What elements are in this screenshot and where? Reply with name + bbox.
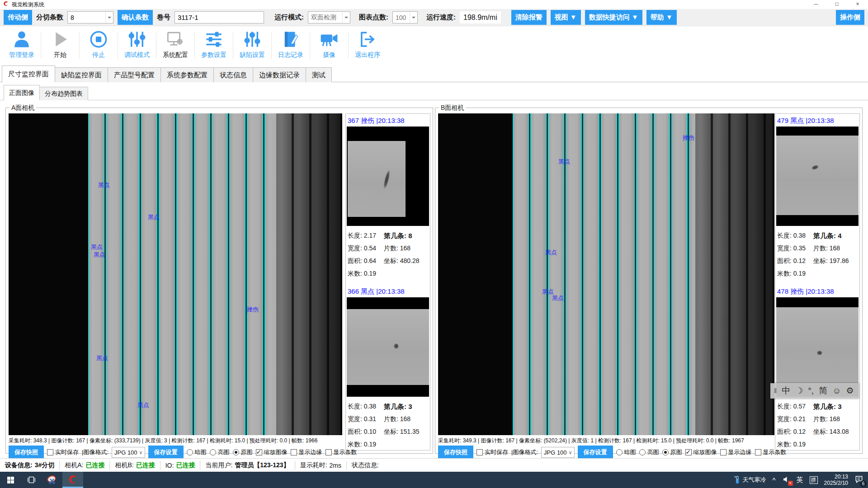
- toolbar-item-log-record[interactable]: 日志记录: [272, 29, 310, 59]
- toolbar-item-system-config[interactable]: 系统配置: [156, 29, 194, 59]
- select-value: JPG 100: [544, 449, 567, 456]
- defect-card[interactable]: 367 挫伤 |20:13:38长度: 2.17第几条: 8宽度: 0.54片数…: [347, 115, 429, 280]
- defect-card[interactable]: 366 黑点 |20:13:38长度: 0.38第几条: 3宽度: 0.31片数…: [347, 286, 429, 451]
- defect-card[interactable]: 479 黑点 |20:13:38长度: 0.38第几条: 4宽度: 0.35片数…: [776, 115, 859, 280]
- image-mode-radio-b-1[interactable]: 暗图: [616, 448, 636, 456]
- tab-6[interactable]: 边缘数据记录: [253, 67, 306, 82]
- tab-5[interactable]: 状态信息: [213, 67, 253, 82]
- tab-1[interactable]: 尺寸监控界面: [2, 66, 55, 82]
- toolbar-item-admin-login[interactable]: 管理登录: [3, 29, 41, 59]
- display-option-check-b-1[interactable]: 缩放图像: [685, 448, 717, 456]
- save-settings-button-b[interactable]: 保存设置: [578, 446, 613, 459]
- toolbar-item-debug-mode[interactable]: 调试模式: [118, 29, 156, 59]
- moon-icon[interactable]: ☽: [795, 383, 803, 399]
- stat-value: 片数: 168: [813, 244, 840, 253]
- close-button[interactable]: ×: [847, 0, 868, 9]
- toolbar-item-defect-settings[interactable]: 缺陷设置: [233, 29, 271, 59]
- status-segment-4: IO:已连接: [160, 461, 201, 470]
- drag-handle[interactable]: ‖: [774, 383, 777, 399]
- stat-value: 第几条: 3: [813, 403, 842, 411]
- defect-crop-image: [347, 297, 429, 397]
- volume-tray-item[interactable]: ×: [782, 475, 790, 485]
- defect-marker-label: 挫伤: [683, 134, 694, 142]
- image-mode-radio-b-2[interactable]: 亮图: [639, 448, 659, 456]
- image-format-select-a[interactable]: JPG 100∨: [112, 447, 145, 458]
- minimize-button[interactable]: ─: [806, 0, 826, 9]
- chinese-mode[interactable]: 中: [782, 383, 790, 399]
- system-config-icon: [156, 30, 194, 51]
- simplified-chinese[interactable]: 简: [819, 383, 827, 399]
- subtab-1[interactable]: 正面图像: [4, 85, 40, 100]
- image-format-select-b[interactable]: JPG 100∨: [541, 447, 575, 458]
- checkbox-icon: [326, 449, 332, 455]
- image-mode-radio-a-1[interactable]: 暗图: [187, 448, 207, 456]
- language-indicator-en[interactable]: 英: [797, 476, 803, 484]
- status-segment-5: 当前用户:管理员【123-123】: [200, 461, 295, 470]
- save-snapshot-button-a[interactable]: 保存快照: [9, 446, 44, 459]
- image-mode-radio-a-3[interactable]: 原图: [233, 448, 253, 456]
- toolbar-item-param-settings[interactable]: 参数设置: [195, 29, 233, 59]
- image-mode-radio-b-3[interactable]: 原图: [662, 448, 682, 456]
- clear-alarm-button[interactable]: 清除报警: [511, 10, 547, 25]
- save-settings-button-a[interactable]: 保存设置: [148, 446, 184, 459]
- display-option-check-a-1[interactable]: 缩放图像: [256, 448, 288, 456]
- help-menu-button[interactable]: 帮助 ▼: [646, 10, 677, 25]
- data-quick-access-button[interactable]: 数据快捷访问 ▼: [585, 10, 642, 25]
- param-settings-icon: [195, 30, 233, 51]
- punctuation-mode[interactable]: °,: [808, 383, 814, 399]
- operator-side-button[interactable]: 操作侧: [836, 10, 864, 25]
- snipping-tool-button[interactable]: [42, 472, 62, 488]
- realtime-save-toggle-a[interactable]: 实时保存: [47, 448, 79, 456]
- toolbar-item-stop[interactable]: 停止: [80, 29, 118, 59]
- defect-panel-b: 479 黑点 |20:13:38长度: 0.38第几条: 4宽度: 0.35片数…: [775, 113, 860, 450]
- checkbox-label: 显示条数: [763, 448, 787, 456]
- weather-text: 天气寒冷: [743, 476, 766, 484]
- image-mode-radio-a-2[interactable]: 亮图: [210, 448, 230, 456]
- display-option-check-b-2[interactable]: 显示边缘: [720, 448, 752, 456]
- tray-overflow-chevron[interactable]: ^: [773, 476, 776, 484]
- app-logo-icon: [3, 0, 9, 9]
- display-option-check-a-3[interactable]: 显示条数: [326, 448, 357, 456]
- realtime-save-toggle-b[interactable]: 实时保存: [476, 448, 508, 456]
- camera-controls-a: 保存快照实时保存|图像格式:JPG 100∨保存设置暗图亮图原图缩放图像显示边缘…: [9, 446, 342, 459]
- weather-tray-item[interactable]: 天气寒冷: [734, 475, 766, 484]
- vision-app-taskbar-button[interactable]: [62, 472, 83, 488]
- admin-login-icon: [3, 30, 41, 51]
- stat-row: 面积: 0.64坐标: 480.28: [348, 255, 428, 267]
- stat-value: 片数: 168: [384, 415, 410, 423]
- emoji-icon[interactable]: ☺: [832, 383, 841, 399]
- confirm-count-button[interactable]: 确认条数: [118, 10, 153, 25]
- camera-image-a: 黑点黑点黑点黑点挫伤黑点黑点: [9, 113, 342, 435]
- settings-gear-icon[interactable]: ⚙: [846, 383, 854, 399]
- toolbar-item-capture[interactable]: 摄像: [310, 29, 348, 59]
- run-speed-value: 198.9m/mi: [460, 11, 501, 23]
- view-menu-button[interactable]: 视图 ▼: [551, 10, 581, 25]
- stat-value: 长度: 2.17: [348, 232, 384, 240]
- tab-7[interactable]: 测试: [306, 67, 332, 82]
- tab-3[interactable]: 产品型号配置: [108, 67, 161, 82]
- toolbar-item-exit-program[interactable]: 退出程序: [349, 29, 387, 59]
- start-button[interactable]: [0, 472, 21, 488]
- maximize-button[interactable]: □: [826, 0, 847, 9]
- taskbar-clock[interactable]: 20:13 2025/2/10: [824, 474, 848, 486]
- subtab-2[interactable]: 分布趋势图表: [39, 87, 88, 100]
- run-mode-select[interactable]: 双面检测: [308, 11, 350, 23]
- stat-value: 宽度: 0.54: [348, 244, 384, 253]
- drive-side-button[interactable]: 传动侧: [4, 10, 32, 25]
- task-view-button[interactable]: [21, 472, 42, 488]
- notification-center-button[interactable]: 6: [854, 475, 863, 485]
- toolbar-item-label: 调试模式: [118, 51, 156, 59]
- display-option-check-b-3[interactable]: 显示条数: [755, 448, 787, 456]
- slit-count-select[interactable]: 8: [67, 11, 113, 23]
- roll-number-input[interactable]: 3117-1: [175, 11, 264, 23]
- tab-2[interactable]: 缺陷监控界面: [55, 67, 108, 82]
- stat-row: 长度: 2.17第几条: 8: [348, 230, 428, 242]
- chart-points-select[interactable]: 100: [392, 11, 418, 23]
- tab-4[interactable]: 系统参数配置: [160, 67, 214, 82]
- status-label: IO:: [165, 462, 174, 469]
- display-option-check-a-2[interactable]: 显示边缘: [291, 448, 322, 456]
- save-snapshot-button-b[interactable]: 保存快照: [438, 446, 473, 459]
- ime-mode-indicator[interactable]: 拼: [810, 476, 818, 484]
- toolbar-item-start[interactable]: 开始: [41, 29, 79, 59]
- defect-card[interactable]: 478 挫伤 |20:13:38长度: 0.57第几条: 3宽度: 0.21片数…: [776, 286, 859, 451]
